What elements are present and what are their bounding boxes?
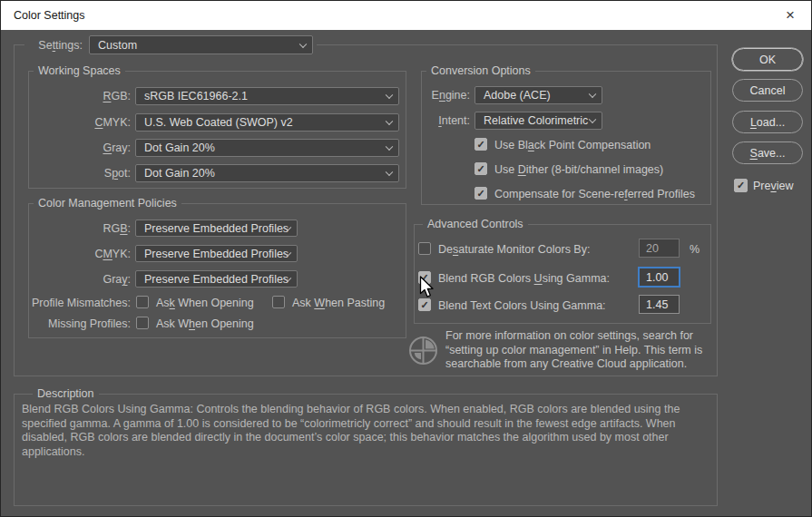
- close-icon: ×: [786, 6, 795, 24]
- intent-label: Intent:: [422, 112, 470, 130]
- save-button-label: Save...: [750, 147, 786, 160]
- color-management-policies-group: Color Management Policies RGB: Preserve …: [28, 203, 406, 338]
- ws-cmyk-label: CMYK:: [29, 113, 131, 132]
- chevron-down-icon: [386, 143, 393, 151]
- title-bar[interactable]: Color Settings ×: [1, 1, 811, 30]
- ws-rgb-dropdown[interactable]: sRGB IEC61966-2.1: [135, 87, 399, 105]
- chevron-down-icon: [589, 116, 596, 123]
- black-point-compensation-label[interactable]: Use Black Point Compensation: [494, 138, 651, 152]
- ws-cmyk-value: U.S. Web Coated (SWOP) v2: [144, 116, 293, 129]
- conversion-options-group: Conversion Options Engine: Adobe (ACE) I…: [421, 71, 711, 205]
- ws-gray-value: Dot Gain 20%: [144, 141, 215, 154]
- ask-when-pasting-checkbox[interactable]: [272, 296, 285, 308]
- ws-spot-dropdown[interactable]: Dot Gain 20%: [135, 164, 399, 182]
- color-settings-dialog: Color Settings × Settings: Custom Workin…: [0, 0, 812, 517]
- intent-value: Relative Colorimetric: [484, 114, 588, 127]
- cmp-cmyk-dropdown[interactable]: Preserve Embedded Profiles: [135, 245, 298, 262]
- check-icon: ✓: [476, 164, 484, 174]
- check-icon: ✓: [476, 140, 484, 150]
- ok-button-label: OK: [759, 54, 776, 66]
- desaturate-monitor-checkbox[interactable]: [418, 242, 431, 255]
- chevron-down-icon: [589, 91, 596, 98]
- settings-dropdown-value: Custom: [98, 39, 137, 52]
- use-dither-label[interactable]: Use Dither (8-bit/channel images): [494, 162, 663, 177]
- preview-checkbox[interactable]: ✓: [734, 179, 748, 192]
- desaturate-percent-value: 20: [646, 242, 659, 255]
- ask-when-pasting-label[interactable]: Ask When Pasting: [292, 296, 385, 310]
- advanced-controls-legend: Advanced Controls: [423, 217, 528, 231]
- chevron-down-icon: [386, 169, 393, 176]
- cmp-gray-label: Gray:: [29, 270, 131, 288]
- window-title: Color Settings: [1, 9, 85, 22]
- blend-text-gamma-label[interactable]: Blend Text Colors Using Gamma:: [438, 298, 606, 313]
- description-group: Description Blend RGB Colors Using Gamma…: [14, 394, 718, 506]
- chevron-down-icon: [299, 40, 307, 47]
- blend-text-gamma-field[interactable]: 1.45: [639, 295, 680, 314]
- ws-spot-value: Dot Gain 20%: [144, 167, 215, 180]
- settings-dropdown[interactable]: Custom: [89, 35, 313, 54]
- working-spaces-group: Working Spaces RGB: sRGB IEC61966-2.1 CM…: [28, 71, 406, 189]
- cancel-button-label: Cancel: [750, 84, 786, 97]
- settings-row: Settings: Custom: [24, 34, 317, 57]
- dialog-body: Settings: Custom Working Spaces RGB: sRG…: [1, 30, 811, 516]
- missing-profiles-label: Missing Profiles:: [29, 317, 131, 331]
- scene-referred-profiles-label[interactable]: Compensate for Scene-referred Profiles: [494, 187, 695, 201]
- ask-when-opening-label[interactable]: Ask When Opening: [156, 296, 254, 310]
- conversion-options-legend: Conversion Options: [426, 63, 535, 78]
- engine-value: Adobe (ACE): [484, 89, 551, 102]
- ws-rgb-label: RGB:: [29, 87, 131, 105]
- ws-cmyk-dropdown[interactable]: U.S. Web Coated (SWOP) v2: [135, 113, 399, 132]
- color-management-sphere-icon: [408, 336, 438, 368]
- cmp-rgb-dropdown[interactable]: Preserve Embedded Profiles: [135, 219, 298, 237]
- missing-ask-when-opening-checkbox[interactable]: [136, 317, 149, 329]
- load-button[interactable]: Load...: [732, 111, 803, 133]
- blend-rgb-gamma-checkbox[interactable]: ✓: [418, 271, 431, 284]
- cmp-cmyk-value: Preserve Embedded Profiles: [144, 248, 289, 260]
- missing-ask-when-opening-label[interactable]: Ask When Opening: [156, 317, 254, 331]
- description-text: Blend RGB Colors Using Gamma: Controls t…: [22, 403, 709, 459]
- check-icon: ✓: [420, 300, 428, 310]
- chevron-down-icon: [386, 92, 393, 99]
- black-point-compensation-checkbox[interactable]: ✓: [474, 138, 487, 151]
- ws-gray-label: Gray:: [29, 139, 131, 157]
- engine-label: Engine:: [422, 86, 470, 104]
- advanced-controls-group: Advanced Controls Desaturate Monitor Col…: [414, 224, 711, 324]
- description-legend: Description: [33, 386, 99, 401]
- blend-rgb-gamma-label[interactable]: Blend RGB Colors Using Gamma:: [438, 271, 610, 286]
- cmp-cmyk-label: CMYK:: [29, 245, 131, 263]
- cmp-gray-dropdown[interactable]: Preserve Embedded Profiles: [135, 270, 298, 288]
- blend-text-gamma-checkbox[interactable]: ✓: [418, 298, 431, 311]
- profile-mismatches-label: Profile Mismatches:: [29, 296, 131, 310]
- blend-text-gamma-value: 1.45: [646, 298, 668, 311]
- settings-label: Settings:: [24, 36, 83, 54]
- check-icon: ✓: [737, 180, 745, 190]
- cmp-rgb-value: Preserve Embedded Profiles: [144, 222, 289, 235]
- scene-referred-profiles-checkbox[interactable]: ✓: [474, 187, 487, 200]
- ws-rgb-value: sRGB IEC61966-2.1: [144, 90, 248, 102]
- cancel-button[interactable]: Cancel: [732, 79, 803, 102]
- ok-button[interactable]: OK: [732, 48, 803, 71]
- close-button[interactable]: ×: [769, 1, 811, 30]
- chevron-down-icon: [386, 118, 393, 125]
- check-icon: ✓: [420, 273, 428, 283]
- desaturate-percent-field[interactable]: 20: [639, 239, 680, 258]
- preview-label[interactable]: Preview: [753, 179, 793, 193]
- check-icon: ✓: [476, 189, 484, 199]
- percent-unit-label: %: [690, 242, 699, 257]
- cmp-rgb-label: RGB:: [29, 219, 131, 238]
- engine-dropdown[interactable]: Adobe (ACE): [474, 86, 602, 104]
- intent-dropdown[interactable]: Relative Colorimetric: [474, 112, 602, 130]
- ws-spot-label: Spot:: [29, 164, 131, 182]
- load-button-label: Load...: [750, 116, 785, 129]
- ws-gray-dropdown[interactable]: Dot Gain 20%: [135, 139, 399, 157]
- working-spaces-legend: Working Spaces: [34, 63, 125, 78]
- blend-rgb-gamma-field[interactable]: 1.00: [639, 268, 680, 287]
- help-info-text: For more information on color settings, …: [445, 329, 714, 372]
- desaturate-monitor-label[interactable]: Desaturate Monitor Colors By:: [438, 242, 590, 257]
- use-dither-checkbox[interactable]: ✓: [474, 162, 487, 175]
- cmp-gray-value: Preserve Embedded Profiles: [144, 273, 289, 286]
- policies-legend: Color Management Policies: [34, 196, 181, 210]
- save-button[interactable]: Save...: [732, 141, 803, 164]
- ask-when-opening-checkbox[interactable]: [136, 296, 149, 308]
- blend-rgb-gamma-value: 1.00: [646, 271, 668, 284]
